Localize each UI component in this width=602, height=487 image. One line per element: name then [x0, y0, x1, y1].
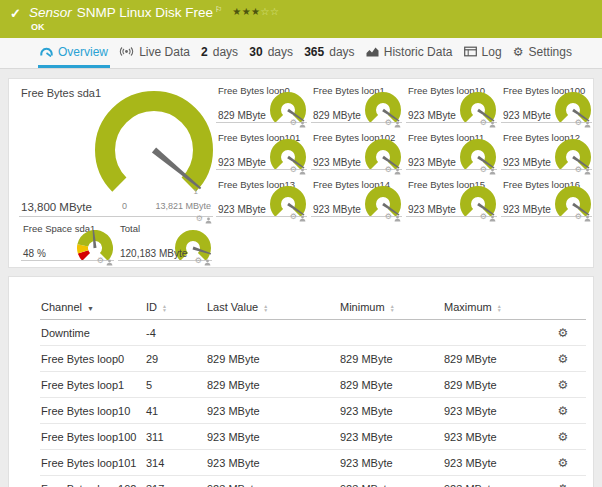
cell-id: 314 — [145, 450, 206, 476]
user-icon[interactable] — [394, 208, 401, 226]
row-settings-gear-icon[interactable]: ⚙ — [558, 404, 569, 418]
tab-settings[interactable]: ⚙Settings — [511, 38, 574, 68]
cell-maximum: 923 MByte — [443, 450, 540, 476]
gear-icon[interactable]: ⚙ — [290, 166, 297, 174]
tab-30-days[interactable]: 30days — [247, 38, 295, 68]
column-label: Maximum — [444, 301, 492, 313]
tab-365-days[interactable]: 365days — [302, 38, 356, 68]
gauge-value: 120,183 MByte — [120, 248, 187, 259]
column-header-maximum[interactable]: Maximum▲▼ — [443, 295, 540, 320]
gear-icon[interactable]: ⚙ — [480, 119, 487, 127]
gear-icon[interactable]: ⚙ — [575, 166, 582, 174]
cell-id: 311 — [145, 424, 206, 450]
cell-last-value: 923 MByte — [206, 476, 339, 487]
tab-overview[interactable]: Overview — [38, 38, 110, 68]
cell-channel: Downtime — [40, 320, 145, 346]
gear-icon[interactable]: ⚙ — [575, 213, 582, 221]
table-row-free-bytes-loop101: Free Bytes loop101314923 MByte923 MByte9… — [40, 450, 586, 476]
user-icon[interactable] — [394, 161, 401, 179]
gauge-label: Free Bytes sda1 — [21, 87, 101, 99]
tile-icons: ⚙ — [480, 161, 496, 179]
cell-maximum: 829 MByte — [443, 346, 540, 372]
cell-id: 5 — [145, 372, 206, 398]
sensor-kind-label: Sensor — [29, 5, 72, 20]
user-icon[interactable] — [489, 114, 496, 132]
user-icon[interactable] — [299, 208, 306, 226]
row-settings-gear-icon[interactable]: ⚙ — [558, 378, 569, 392]
user-icon[interactable] — [584, 208, 591, 226]
tile-icons: ⚙ — [290, 114, 306, 132]
gauge-tile-free-space-sda1: Free Space sda148 %⚙ — [21, 223, 114, 268]
user-icon[interactable] — [299, 114, 306, 132]
cell-maximum: 923 MByte — [443, 476, 540, 487]
gear-icon[interactable]: ⚙ — [385, 166, 392, 174]
user-icon[interactable] — [394, 114, 401, 132]
user-icon[interactable] — [299, 161, 306, 179]
table-row-downtime: Downtime-4⚙ — [40, 320, 586, 346]
channels-table-panel: Channel▼ID▲▼Last Value▲▼Minimum▲▼Maximum… — [8, 276, 594, 487]
row-settings-gear-icon[interactable]: ⚙ — [558, 326, 569, 340]
gauge-tile-free-bytes-loop0: Free Bytes loop0829 MByte⚙ — [216, 85, 307, 130]
cell-id: 317 — [145, 476, 206, 487]
gear-icon[interactable]: ⚙ — [195, 257, 202, 265]
gauge-value: 923 MByte — [408, 204, 456, 215]
star-filled-icon: ★ — [251, 6, 260, 17]
gauge-icon — [40, 46, 53, 57]
status-badge: OK — [31, 22, 45, 32]
user-icon[interactable] — [489, 161, 496, 179]
gauge-value: 923 MByte — [313, 204, 361, 215]
row-settings-gear-icon[interactable]: ⚙ — [558, 430, 569, 444]
gauge-tile-free-bytes-loop16: Free Bytes loop16923 MByte⚙ — [501, 179, 592, 224]
gear-icon[interactable]: ⚙ — [385, 119, 392, 127]
gear-icon[interactable]: ⚙ — [480, 166, 487, 174]
gauge-tile-free-bytes-loop101: Free Bytes loop101923 MByte⚙ — [216, 132, 307, 177]
flag-icon: ⚐ — [215, 5, 222, 14]
column-header-channel[interactable]: Channel▼ — [40, 295, 145, 320]
table-row-free-bytes-loop102: Free Bytes loop102317923 MByte923 MByte9… — [40, 476, 586, 487]
gauge-value: 923 MByte — [313, 157, 361, 168]
cell-minimum: 923 MByte — [339, 424, 443, 450]
gear-icon: ⚙ — [513, 46, 524, 58]
log-icon — [464, 46, 477, 57]
cell-last-value: 829 MByte — [206, 372, 339, 398]
tab-live-data[interactable]: Live Data — [117, 38, 192, 68]
tab-historic-data[interactable]: Historic Data — [364, 38, 455, 68]
gauge-tile-free-bytes-loop14: Free Bytes loop14923 MByte⚙ — [311, 179, 402, 224]
channels-table: Channel▼ID▲▼Last Value▲▼Minimum▲▼Maximum… — [40, 295, 586, 487]
gear-icon[interactable]: ⚙ — [385, 213, 392, 221]
gauge-tile-free-bytes-loop10: Free Bytes loop10923 MByte⚙ — [406, 85, 497, 130]
gauge-tile-free-bytes-loop12: Free Bytes loop12923 MByte⚙ — [501, 132, 592, 177]
gear-icon[interactable]: ⚙ — [290, 119, 297, 127]
column-header-last-value[interactable]: Last Value▲▼ — [206, 295, 339, 320]
priority-stars[interactable]: ★★★☆☆ — [232, 6, 279, 17]
column-header-minimum[interactable]: Minimum▲▼ — [339, 295, 443, 320]
tab-label: Settings — [529, 45, 572, 59]
row-settings-gear-icon[interactable]: ⚙ — [558, 352, 569, 366]
live-data-icon — [119, 46, 134, 57]
column-header-id[interactable]: ID▲▼ — [145, 295, 206, 320]
sensor-header: ✓ Sensor SNMP Linux Disk Free ⚐ ★★★☆☆ OK — [0, 0, 602, 38]
tab-label: Live Data — [139, 45, 190, 59]
gauge-tile-total: Total120,183 MByte⚙ — [118, 223, 212, 268]
table-row-free-bytes-loop1: Free Bytes loop15829 MByte829 MByte829 M… — [40, 372, 586, 398]
tab-2-days[interactable]: 2days — [199, 38, 240, 68]
row-settings-gear-icon[interactable]: ⚙ — [558, 456, 569, 470]
user-icon[interactable] — [106, 252, 113, 270]
user-icon[interactable] — [204, 252, 211, 270]
tab-log[interactable]: Log — [462, 38, 504, 68]
user-icon[interactable] — [584, 114, 591, 132]
gear-icon[interactable]: ⚙ — [575, 119, 582, 127]
cell-id: 41 — [145, 398, 206, 424]
gear-icon[interactable]: ⚙ — [196, 215, 203, 223]
row-settings-gear-icon[interactable]: ⚙ — [558, 482, 569, 487]
sort-icon: ▲▼ — [497, 304, 502, 312]
user-icon[interactable] — [489, 208, 496, 226]
gear-icon[interactable]: ⚙ — [290, 213, 297, 221]
user-icon[interactable] — [584, 161, 591, 179]
gauge-value: 923 MByte — [408, 110, 456, 121]
star-empty-icon: ☆ — [261, 6, 270, 17]
gear-icon[interactable]: ⚙ — [480, 213, 487, 221]
table-row-free-bytes-loop0: Free Bytes loop029829 MByte829 MByte829 … — [40, 346, 586, 372]
gauge-tile-free-bytes-loop1: Free Bytes loop1829 MByte⚙ — [311, 85, 402, 130]
gear-icon[interactable]: ⚙ — [97, 257, 104, 265]
